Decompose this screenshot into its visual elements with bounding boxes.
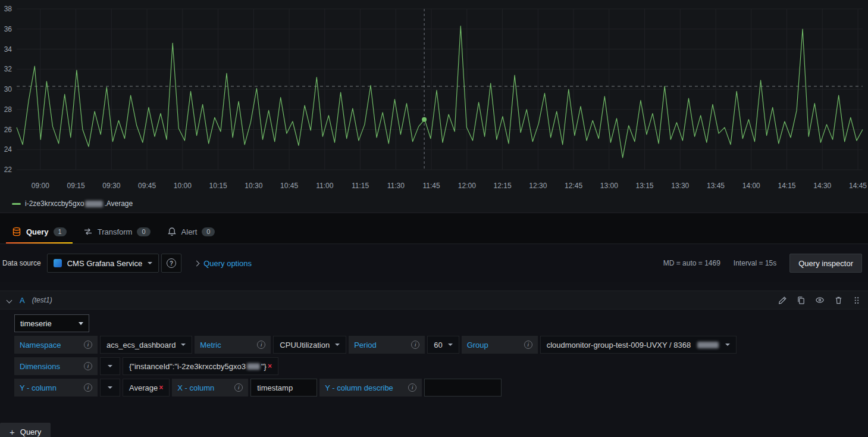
database-icon (12, 227, 21, 236)
datasource-bar: Data source CMS Grafana Service ? Query … (0, 244, 868, 282)
query-ref-id: A (20, 296, 25, 305)
add-query-button[interactable]: + Query (0, 423, 51, 437)
y-column-describe-input[interactable] (424, 379, 502, 397)
svg-text:09:30: 09:30 (102, 182, 120, 190)
info-icon[interactable]: i (524, 341, 532, 349)
svg-text:10:00: 10:00 (174, 182, 192, 190)
datasource-label: Data source (1, 259, 47, 267)
toggle-visibility-button[interactable] (815, 295, 825, 305)
add-query-label: Query (20, 427, 41, 436)
svg-text:09:15: 09:15 (67, 182, 85, 190)
svg-text:14:30: 14:30 (813, 182, 831, 190)
svg-text:38: 38 (4, 5, 12, 13)
chevron-down-icon (725, 344, 730, 346)
y-column-value[interactable]: Average × (123, 379, 170, 397)
chevron-down-icon (335, 344, 340, 346)
metric-label: Metric i (195, 336, 271, 354)
datasource-picker[interactable]: CMS Grafana Service (47, 254, 159, 273)
tab-transform[interactable]: Transform 0 (75, 220, 159, 244)
legend-swatch (12, 203, 21, 205)
metric-value[interactable]: CPUUtilization (273, 336, 346, 354)
svg-text:09:45: 09:45 (138, 182, 156, 190)
namespace-value[interactable]: acs_ecs_dashboard (100, 336, 192, 354)
collapse-chevron-icon[interactable] (7, 297, 12, 303)
y-column-describe-label: Y - column describe i (319, 379, 422, 397)
remove-dimension-button[interactable]: × (268, 362, 272, 370)
svg-text:12:45: 12:45 (565, 182, 582, 190)
svg-text:12:30: 12:30 (529, 182, 547, 190)
y-column-label: Y - column i (14, 379, 98, 397)
chevron-down-icon (108, 386, 112, 389)
info-icon[interactable]: i (234, 383, 243, 392)
svg-text:32: 32 (4, 65, 12, 73)
chart-panel: 38363432302826242209:0009:1509:3009:4510… (0, 0, 868, 213)
alert-count-badge: 0 (202, 227, 215, 236)
svg-text:28: 28 (4, 105, 12, 114)
period-label: Period i (349, 336, 425, 354)
svg-text:14:00: 14:00 (742, 182, 760, 190)
legend-text-post: .Average (104, 199, 133, 208)
svg-text:26: 26 (4, 126, 12, 134)
query-name: (test1) (32, 296, 52, 304)
chevron-down-icon (148, 262, 152, 264)
info-icon[interactable]: i (84, 341, 92, 349)
svg-text:36: 36 (4, 25, 12, 33)
x-column-label: X - column i (172, 379, 248, 397)
redacted-text (247, 363, 260, 370)
timeseries-chart[interactable]: 38363432302826242209:0009:1509:3009:4510… (0, 0, 868, 196)
svg-text:30: 30 (4, 85, 12, 93)
query-inspector-button[interactable]: Query inspector (789, 254, 862, 273)
namespace-label: Namespace i (14, 336, 98, 354)
period-value[interactable]: 60 (427, 336, 459, 354)
info-icon[interactable]: i (411, 341, 419, 349)
svg-text:11:00: 11:00 (316, 182, 333, 190)
drag-handle[interactable] (853, 296, 861, 305)
transform-count-badge: 0 (137, 227, 150, 236)
svg-text:13:45: 13:45 (707, 182, 725, 190)
info-icon[interactable]: i (408, 383, 416, 392)
query-editor: timeserie Namespace i acs_ecs_dashboard … (0, 310, 868, 437)
svg-text:34: 34 (4, 45, 12, 54)
dimensions-label: Dimensions i (14, 357, 98, 375)
info-icon[interactable]: i (257, 341, 265, 349)
legend-item[interactable]: i-2ze3krxccby5gxo .Average (25, 199, 133, 208)
group-label: Group i (462, 336, 538, 354)
query-type-value: timeserie (20, 319, 52, 328)
dimensions-dropdown-button[interactable] (100, 357, 120, 375)
tab-query-label: Query (26, 227, 49, 236)
tab-query[interactable]: Query 1 (4, 220, 75, 244)
query-type-select[interactable]: timeserie (14, 314, 89, 332)
info-icon[interactable]: i (84, 383, 92, 392)
interval-text: Interval = 15s (734, 259, 776, 267)
svg-text:12:00: 12:00 (458, 182, 476, 190)
datasource-help-button[interactable]: ? (161, 254, 181, 273)
y-column-dropdown-button[interactable] (100, 379, 120, 397)
tab-alert[interactable]: Alert 0 (159, 220, 224, 244)
duplicate-button[interactable] (797, 296, 806, 305)
query-count-badge: 1 (54, 227, 67, 236)
query-inspector-label: Query inspector (798, 259, 853, 268)
tab-alert-label: Alert (181, 227, 198, 236)
info-icon[interactable]: i (84, 362, 92, 370)
query-options-toggle[interactable]: Query options (195, 259, 252, 268)
chevron-down-icon (108, 365, 112, 367)
max-data-points-text: MD = auto = 1469 (663, 259, 720, 267)
query-options-label: Query options (203, 259, 252, 268)
bell-icon (167, 227, 177, 236)
svg-text:11:45: 11:45 (422, 182, 440, 190)
remove-y-column-button[interactable]: × (159, 383, 163, 392)
query-row-header[interactable]: A (test1) (0, 291, 868, 310)
edit-button[interactable] (778, 296, 787, 305)
select-arrow-icon (79, 322, 83, 325)
svg-text:13:00: 13:00 (600, 182, 618, 190)
svg-text:09:00: 09:00 (32, 182, 49, 190)
question-icon: ? (167, 258, 176, 268)
chart-legend: i-2ze3krxccby5gxo .Average (0, 198, 868, 213)
group-value[interactable]: cloudmonitor-group-test-009-UVXY / 8368 (540, 336, 737, 354)
delete-button[interactable] (834, 296, 843, 305)
x-column-input[interactable]: timestamp (250, 379, 317, 397)
redacted-text (697, 342, 719, 348)
chevron-down-icon (181, 344, 186, 346)
svg-text:22: 22 (4, 166, 12, 174)
dimensions-value[interactable]: {"instanceId":"i-2ze3krxccby5gxo3 "} × (123, 357, 278, 375)
